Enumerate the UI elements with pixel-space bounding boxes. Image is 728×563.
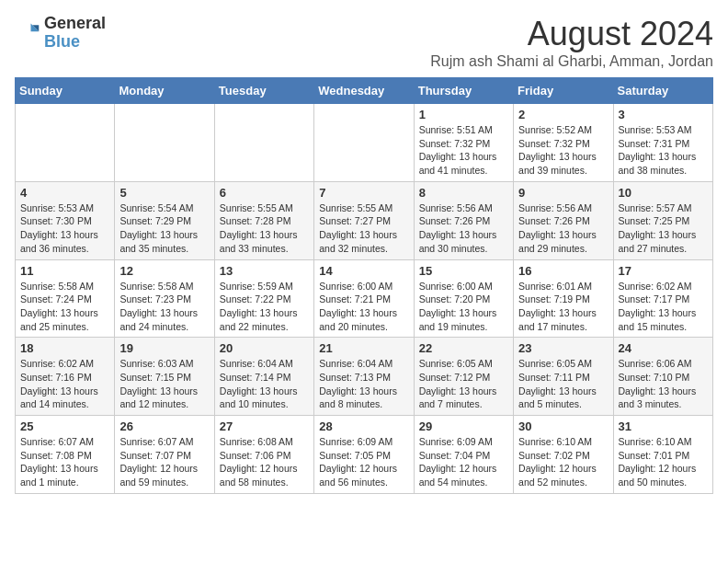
day-number: 13 xyxy=(220,264,309,278)
logo-icon xyxy=(15,20,40,46)
day-number: 14 xyxy=(319,264,408,278)
calendar-table: SundayMondayTuesdayWednesdayThursdayFrid… xyxy=(15,77,713,494)
day-cell: 25Sunrise: 6:07 AM Sunset: 7:08 PM Dayli… xyxy=(16,416,115,494)
title-block: August 2024 Rujm ash Shami al Gharbi, Am… xyxy=(430,15,713,70)
week-row-4: 18Sunrise: 6:02 AM Sunset: 7:16 PM Dayli… xyxy=(16,338,713,416)
days-row: SundayMondayTuesdayWednesdayThursdayFrid… xyxy=(16,78,713,104)
day-number: 26 xyxy=(119,419,209,433)
day-info: Sunrise: 5:53 AM Sunset: 7:31 PM Dayligh… xyxy=(619,123,708,178)
day-cell: 3Sunrise: 5:53 AM Sunset: 7:31 PM Daylig… xyxy=(613,104,712,182)
day-info: Sunrise: 5:52 AM Sunset: 7:32 PM Dayligh… xyxy=(518,123,608,178)
day-info: Sunrise: 6:01 AM Sunset: 7:19 PM Dayligh… xyxy=(518,280,608,334)
day-number: 25 xyxy=(20,419,109,433)
day-number: 27 xyxy=(220,419,309,433)
day-number: 10 xyxy=(619,186,708,200)
day-number: 23 xyxy=(518,341,608,355)
day-info: Sunrise: 6:04 AM Sunset: 7:13 PM Dayligh… xyxy=(319,357,408,411)
day-cell: 5Sunrise: 5:54 AM Sunset: 7:29 PM Daylig… xyxy=(115,181,214,259)
day-cell: 16Sunrise: 6:01 AM Sunset: 7:19 PM Dayli… xyxy=(514,259,613,338)
day-info: Sunrise: 5:56 AM Sunset: 7:26 PM Dayligh… xyxy=(518,201,608,256)
logo-general-text: General xyxy=(44,15,106,33)
day-info: Sunrise: 5:57 AM Sunset: 7:25 PM Dayligh… xyxy=(619,201,708,256)
day-info: Sunrise: 6:09 AM Sunset: 7:04 PM Dayligh… xyxy=(419,435,508,489)
day-header-tuesday: Tuesday xyxy=(214,78,313,104)
day-info: Sunrise: 5:53 AM Sunset: 7:30 PM Dayligh… xyxy=(20,201,109,256)
day-cell: 18Sunrise: 6:02 AM Sunset: 7:16 PM Dayli… xyxy=(16,338,115,416)
day-number: 2 xyxy=(518,108,608,121)
logo-blue-text: Blue xyxy=(44,33,106,52)
day-number: 9 xyxy=(518,186,608,200)
day-header-sunday: Sunday xyxy=(16,78,115,104)
day-info: Sunrise: 5:51 AM Sunset: 7:32 PM Dayligh… xyxy=(419,123,508,178)
day-cell: 15Sunrise: 6:00 AM Sunset: 7:20 PM Dayli… xyxy=(414,259,513,338)
day-info: Sunrise: 6:02 AM Sunset: 7:16 PM Dayligh… xyxy=(20,357,109,411)
day-cell: 28Sunrise: 6:09 AM Sunset: 7:05 PM Dayli… xyxy=(314,416,414,494)
day-header-saturday: Saturday xyxy=(613,78,712,104)
day-info: Sunrise: 5:56 AM Sunset: 7:26 PM Dayligh… xyxy=(419,201,508,256)
day-number: 29 xyxy=(419,419,508,433)
day-number: 4 xyxy=(20,186,109,200)
day-info: Sunrise: 6:10 AM Sunset: 7:01 PM Dayligh… xyxy=(619,435,708,489)
day-cell: 2Sunrise: 5:52 AM Sunset: 7:32 PM Daylig… xyxy=(514,104,613,182)
day-cell: 7Sunrise: 5:55 AM Sunset: 7:27 PM Daylig… xyxy=(314,181,414,259)
day-number: 19 xyxy=(119,341,209,355)
day-header-monday: Monday xyxy=(115,78,214,104)
day-cell: 9Sunrise: 5:56 AM Sunset: 7:26 PM Daylig… xyxy=(514,181,613,259)
day-cell xyxy=(314,104,414,182)
day-cell xyxy=(115,104,214,182)
day-cell: 10Sunrise: 5:57 AM Sunset: 7:25 PM Dayli… xyxy=(613,181,712,259)
day-info: Sunrise: 6:06 AM Sunset: 7:10 PM Dayligh… xyxy=(619,357,708,411)
day-cell: 24Sunrise: 6:06 AM Sunset: 7:10 PM Dayli… xyxy=(613,338,712,416)
day-info: Sunrise: 6:03 AM Sunset: 7:15 PM Dayligh… xyxy=(119,357,209,411)
day-info: Sunrise: 6:05 AM Sunset: 7:11 PM Dayligh… xyxy=(518,357,608,411)
day-cell: 31Sunrise: 6:10 AM Sunset: 7:01 PM Dayli… xyxy=(613,416,712,494)
day-cell: 22Sunrise: 6:05 AM Sunset: 7:12 PM Dayli… xyxy=(414,338,513,416)
day-number: 8 xyxy=(419,186,508,200)
day-number: 18 xyxy=(20,341,109,355)
day-header-friday: Friday xyxy=(514,78,613,104)
day-number: 5 xyxy=(119,186,209,200)
day-number: 20 xyxy=(220,341,309,355)
day-number: 21 xyxy=(319,341,408,355)
day-info: Sunrise: 6:00 AM Sunset: 7:20 PM Dayligh… xyxy=(419,280,508,334)
day-cell xyxy=(214,104,313,182)
day-number: 17 xyxy=(619,264,708,278)
day-cell: 1Sunrise: 5:51 AM Sunset: 7:32 PM Daylig… xyxy=(414,104,513,182)
day-cell: 26Sunrise: 6:07 AM Sunset: 7:07 PM Dayli… xyxy=(115,416,214,494)
day-cell: 23Sunrise: 6:05 AM Sunset: 7:11 PM Dayli… xyxy=(514,338,613,416)
day-number: 6 xyxy=(220,186,309,200)
day-cell: 21Sunrise: 6:04 AM Sunset: 7:13 PM Dayli… xyxy=(314,338,414,416)
day-cell: 13Sunrise: 5:59 AM Sunset: 7:22 PM Dayli… xyxy=(214,259,313,338)
day-info: Sunrise: 6:08 AM Sunset: 7:06 PM Dayligh… xyxy=(220,435,309,489)
day-cell: 14Sunrise: 6:00 AM Sunset: 7:21 PM Dayli… xyxy=(314,259,414,338)
day-number: 1 xyxy=(419,108,508,121)
day-cell: 11Sunrise: 5:58 AM Sunset: 7:24 PM Dayli… xyxy=(16,259,115,338)
day-info: Sunrise: 5:54 AM Sunset: 7:29 PM Dayligh… xyxy=(119,201,209,256)
day-number: 30 xyxy=(518,419,608,433)
day-info: Sunrise: 5:55 AM Sunset: 7:28 PM Dayligh… xyxy=(220,201,309,256)
day-number: 15 xyxy=(419,264,508,278)
month-title: August 2024 xyxy=(430,15,713,53)
day-cell xyxy=(16,104,115,182)
day-info: Sunrise: 6:09 AM Sunset: 7:05 PM Dayligh… xyxy=(319,435,408,489)
day-number: 16 xyxy=(518,264,608,278)
day-cell: 30Sunrise: 6:10 AM Sunset: 7:02 PM Dayli… xyxy=(514,416,613,494)
day-info: Sunrise: 5:58 AM Sunset: 7:24 PM Dayligh… xyxy=(20,280,109,334)
day-number: 3 xyxy=(619,108,708,121)
day-cell: 8Sunrise: 5:56 AM Sunset: 7:26 PM Daylig… xyxy=(414,181,513,259)
day-info: Sunrise: 6:05 AM Sunset: 7:12 PM Dayligh… xyxy=(419,357,508,411)
day-number: 22 xyxy=(419,341,508,355)
day-info: Sunrise: 6:07 AM Sunset: 7:08 PM Dayligh… xyxy=(20,435,109,489)
day-cell: 12Sunrise: 5:58 AM Sunset: 7:23 PM Dayli… xyxy=(115,259,214,338)
day-info: Sunrise: 6:00 AM Sunset: 7:21 PM Dayligh… xyxy=(319,280,408,334)
day-cell: 17Sunrise: 6:02 AM Sunset: 7:17 PM Dayli… xyxy=(613,259,712,338)
calendar-body: 1Sunrise: 5:51 AM Sunset: 7:32 PM Daylig… xyxy=(16,104,713,494)
day-number: 31 xyxy=(619,419,708,433)
day-header-thursday: Thursday xyxy=(414,78,513,104)
day-cell: 20Sunrise: 6:04 AM Sunset: 7:14 PM Dayli… xyxy=(214,338,313,416)
day-info: Sunrise: 5:59 AM Sunset: 7:22 PM Dayligh… xyxy=(220,280,309,334)
week-row-2: 4Sunrise: 5:53 AM Sunset: 7:30 PM Daylig… xyxy=(16,181,713,259)
day-info: Sunrise: 6:02 AM Sunset: 7:17 PM Dayligh… xyxy=(619,280,708,334)
day-info: Sunrise: 6:07 AM Sunset: 7:07 PM Dayligh… xyxy=(119,435,209,489)
location: Rujm ash Shami al Gharbi, Amman, Jordan xyxy=(430,53,713,70)
